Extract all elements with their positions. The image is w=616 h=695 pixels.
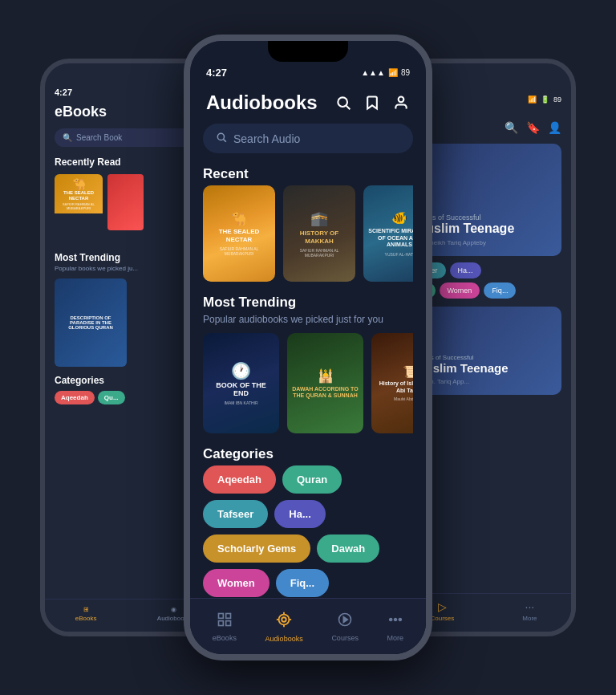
categories-grid: Aqeedah Quran Tafseer Ha... Scholarly Ge… bbox=[203, 465, 413, 597]
nav-ebooks[interactable]: eBooks bbox=[206, 608, 243, 645]
left-audio-icon: ◉ bbox=[171, 606, 176, 613]
recent-title: Recent bbox=[203, 166, 413, 182]
right-nav-courses[interactable]: ▷ Courses bbox=[430, 600, 454, 622]
left-book-red[interactable] bbox=[107, 174, 144, 230]
categories-title: Categories bbox=[203, 446, 413, 462]
sealed-author: SAFIUR RAHMAN AL MUBARAKPURI bbox=[208, 246, 270, 256]
end-title: BOOK OF THE END bbox=[208, 382, 274, 398]
nav-courses-label: Courses bbox=[331, 634, 359, 642]
ocean-icon: 🐠 bbox=[391, 210, 407, 226]
nav-courses[interactable]: Courses bbox=[325, 608, 365, 645]
app-title: Audiobooks bbox=[206, 91, 318, 114]
trending-title: Most Trending bbox=[203, 295, 413, 311]
cat-quran[interactable]: Quran bbox=[282, 465, 342, 494]
cat-fiq[interactable]: Fiq... bbox=[276, 569, 329, 597]
phone-screen[interactable]: 4:27 ▲▲▲ 📶 89 Audiobooks bbox=[190, 41, 426, 654]
nav-ebooks-label: eBooks bbox=[213, 634, 237, 642]
profile-button[interactable] bbox=[392, 94, 410, 112]
ocean-title: SCIENTIFIC MIRACLES OF OCEAN AND ANIMALS bbox=[368, 228, 413, 248]
book-ocean[interactable]: 🐠 SCIENTIFIC MIRACLES OF OCEAN AND ANIMA… bbox=[363, 185, 413, 282]
search-button[interactable] bbox=[334, 94, 352, 112]
ebooks-nav-icon bbox=[217, 612, 233, 632]
camel-decoration: 🐪 bbox=[231, 211, 247, 226]
cat-dawah[interactable]: Dawah bbox=[317, 534, 379, 563]
svg-point-3 bbox=[217, 133, 224, 140]
book-alibin[interactable]: 📜 History of Islam Ali bin Abi Taalib Ma… bbox=[371, 333, 413, 433]
sealed-title: THE SEALED NECTAR bbox=[208, 228, 270, 243]
book-makkah[interactable]: 🕋 HISTORY OF MAKKAH SAFIUR RAHMAN AL MUB… bbox=[283, 185, 355, 282]
right-featured2-sub: Habits of Successful bbox=[415, 354, 552, 361]
right-more-icon: ··· bbox=[525, 600, 535, 613]
right-nav-more[interactable]: ··· More bbox=[522, 600, 537, 622]
cat-women[interactable]: Women bbox=[203, 569, 270, 597]
search-placeholder-text: Search Audio bbox=[233, 132, 300, 145]
left-book-sealed[interactable]: 🐪 THE SEALED NECTAR SAFIUR RAHMAN AL MUB… bbox=[55, 174, 103, 242]
right-cat-ha[interactable]: Ha... bbox=[450, 262, 481, 278]
left-nav-ebooks[interactable]: ⊞ eBooks bbox=[75, 606, 97, 622]
svg-point-19 bbox=[399, 618, 401, 620]
header-icons bbox=[334, 94, 410, 112]
left-search-icon: 🔍 bbox=[63, 133, 72, 142]
trending-books-row: 🕐 BOOK OF THE END IMAM IBN KATHIR 🕌 DAWA… bbox=[203, 333, 413, 433]
cat-tafseer[interactable]: Tafseer bbox=[203, 500, 268, 528]
right-featured2-author: 👤Sh. Tariq App... bbox=[415, 378, 552, 385]
wifi-icon: 📶 bbox=[388, 68, 398, 77]
right-featured-title: Muslim Teenage bbox=[415, 222, 552, 236]
trending-section: Most Trending Popular audiobooks we pick… bbox=[190, 295, 426, 433]
right-cat-fiq[interactable]: Fiq... bbox=[484, 282, 516, 299]
main-time: 4:27 bbox=[206, 67, 227, 79]
right-featured-sub: Habits of Successful bbox=[415, 213, 552, 222]
recent-books-row: 🐪 THE SEALED NECTAR SAFIUR RAHMAN AL MUB… bbox=[203, 185, 413, 282]
svg-point-10 bbox=[279, 614, 290, 624]
left-cat-aqeedah[interactable]: Aqeedah bbox=[55, 391, 95, 404]
cat-ha[interactable]: Ha... bbox=[274, 500, 325, 528]
right-courses-icon: ▷ bbox=[438, 600, 447, 613]
app-header: Audiobooks bbox=[190, 85, 426, 124]
nav-audiobooks[interactable]: Audiobooks bbox=[259, 608, 310, 646]
signal-icon: ▲▲▲ bbox=[361, 68, 385, 77]
right-bookmark-icon[interactable]: 🔖 bbox=[526, 121, 540, 134]
book-sealed-nectar[interactable]: 🐪 THE SEALED NECTAR SAFIUR RAHMAN AL MUB… bbox=[203, 185, 275, 282]
right-cat-women[interactable]: Women bbox=[440, 282, 480, 299]
ocean-author: YUSUF AL-HATI bbox=[385, 252, 413, 257]
left-trend-book[interactable]: DESCRIPTION OF PARADISE IN THE GLORIOUS … bbox=[55, 278, 127, 367]
phone-notch bbox=[268, 41, 348, 62]
makkah-title: HISTORY OF MAKKAH bbox=[288, 230, 351, 245]
nav-more[interactable]: More bbox=[381, 608, 411, 645]
svg-rect-6 bbox=[226, 613, 231, 618]
cat-aqeedah[interactable]: Aqeedah bbox=[203, 465, 276, 494]
svg-marker-16 bbox=[343, 616, 347, 622]
main-phone: 4:27 ▲▲▲ 📶 89 Audiobooks bbox=[184, 35, 432, 660]
bookmark-button[interactable] bbox=[363, 94, 381, 112]
svg-point-17 bbox=[390, 618, 392, 620]
alibin-title: History of Islam Ali bin Abi Taalib bbox=[376, 380, 413, 394]
search-icon bbox=[216, 132, 227, 145]
right-profile-icon[interactable]: 👤 bbox=[548, 121, 561, 134]
bottom-nav: eBooks Audiobooks bbox=[190, 598, 426, 654]
search-bar[interactable]: Search Audio bbox=[203, 124, 413, 153]
right-status-icons: 📶🔋89 bbox=[528, 96, 561, 104]
audiobooks-nav-icon bbox=[275, 611, 293, 632]
svg-line-4 bbox=[224, 140, 226, 142]
left-search-placeholder: Search Book bbox=[76, 133, 122, 142]
right-search-icon[interactable]: 🔍 bbox=[505, 121, 518, 134]
right-featured-author: 👤Sheikh Tariq Appteby bbox=[415, 239, 552, 246]
kaaba-icon: 🕋 bbox=[310, 209, 328, 227]
end-author: IMAM IBN KATHIR bbox=[224, 400, 257, 405]
book-dawah[interactable]: 🕌 DAWAH ACCORDING TO THE QURAN & SUNNAH bbox=[287, 333, 363, 433]
left-ebooks-icon: ⊞ bbox=[83, 606, 89, 613]
svg-point-0 bbox=[338, 97, 347, 107]
trending-subtitle: Popular audiobooks we picked just for yo… bbox=[203, 314, 413, 325]
book-end[interactable]: 🕐 BOOK OF THE END IMAM IBN KATHIR bbox=[203, 333, 279, 433]
svg-rect-7 bbox=[218, 620, 223, 625]
svg-rect-8 bbox=[226, 620, 231, 625]
status-icons: ▲▲▲ 📶 89 bbox=[361, 68, 410, 77]
svg-point-2 bbox=[399, 97, 404, 103]
makkah-author: SAFIUR RAHMAN AL MUBARAKPURI bbox=[288, 248, 351, 258]
scroll-icon: 📜 bbox=[403, 365, 413, 378]
cat-scholarly-gems[interactable]: Scholarly Gems bbox=[203, 534, 310, 563]
svg-rect-5 bbox=[218, 613, 223, 618]
alibin-author: Maulvi Abdul Aziz bbox=[394, 396, 413, 401]
recent-section: Recent 🐪 THE SEALED NECTAR SAFIUR RAHMAN… bbox=[190, 166, 426, 282]
left-cat-quran[interactable]: Qu... bbox=[98, 391, 125, 404]
